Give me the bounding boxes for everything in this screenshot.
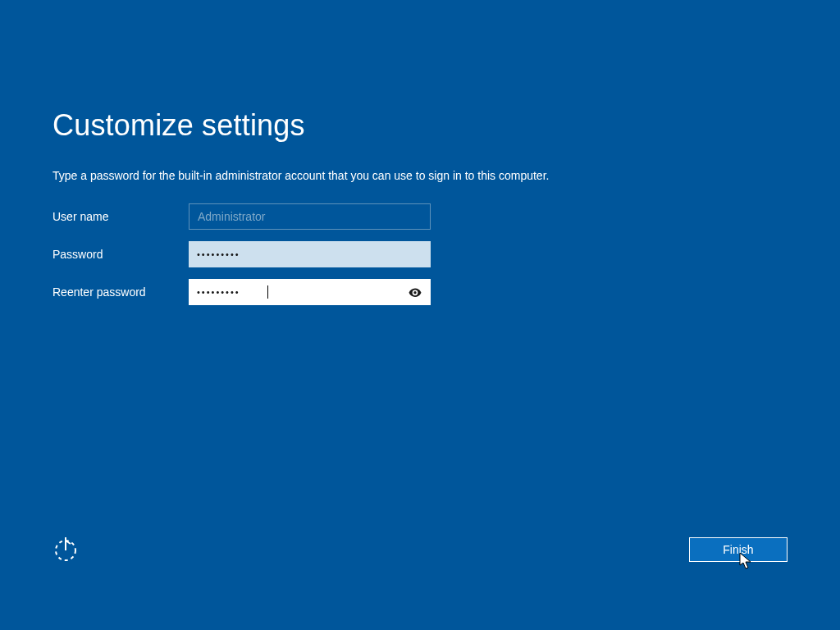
text-caret bbox=[267, 285, 268, 299]
ease-of-access-button[interactable] bbox=[52, 536, 80, 564]
reenter-label: Reenter password bbox=[52, 285, 189, 299]
username-label: User name bbox=[52, 210, 189, 223]
finish-button[interactable]: Finish bbox=[689, 537, 788, 562]
row-reenter: Reenter password bbox=[52, 279, 788, 305]
eye-icon bbox=[408, 285, 422, 299]
password-field[interactable] bbox=[189, 241, 431, 267]
row-password: Password bbox=[52, 241, 788, 267]
ease-of-access-icon bbox=[52, 536, 80, 564]
reenter-password-field[interactable] bbox=[189, 279, 431, 305]
svg-point-0 bbox=[413, 291, 416, 294]
username-field-wrap bbox=[189, 203, 431, 230]
reenter-field-wrap bbox=[189, 279, 431, 305]
password-field-wrap bbox=[189, 241, 431, 267]
footer: Finish bbox=[52, 536, 788, 563]
password-label: Password bbox=[52, 248, 189, 261]
reveal-password-button[interactable] bbox=[403, 279, 427, 305]
finish-button-label: Finish bbox=[723, 543, 753, 556]
page-title: Customize settings bbox=[52, 108, 788, 143]
username-field bbox=[189, 203, 431, 230]
page-instruction: Type a password for the built-in adminis… bbox=[52, 169, 788, 182]
row-username: User name bbox=[52, 203, 788, 230]
setup-page: Customize settings Type a password for t… bbox=[52, 108, 788, 317]
